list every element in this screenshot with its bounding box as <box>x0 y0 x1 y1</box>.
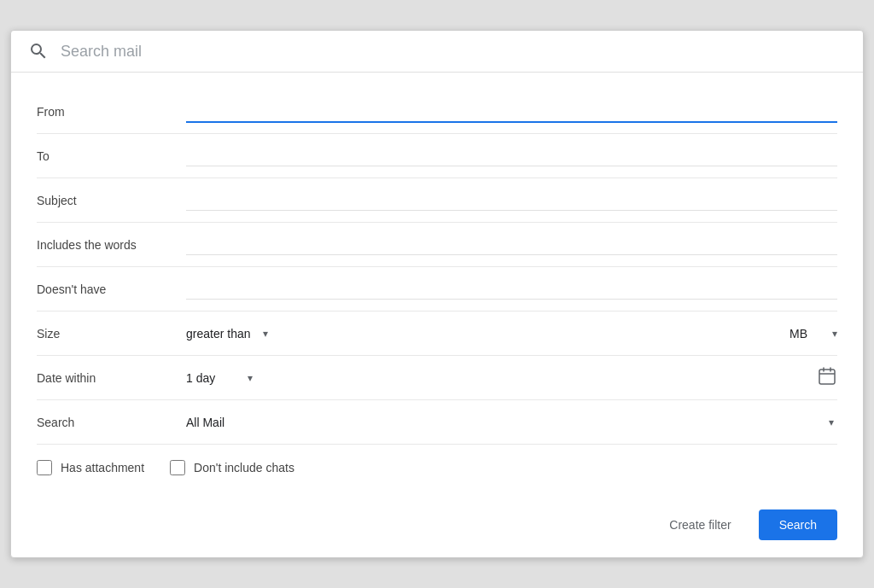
to-label: To <box>37 149 186 163</box>
subject-row: Subject <box>37 178 837 223</box>
size-unit-wrapper: MB KB Bytes ▾ <box>790 327 837 341</box>
includes-label: Includes the words <box>37 238 186 252</box>
search-in-select[interactable]: All Mail Inbox Sent Mail Drafts Spam Tra… <box>186 416 837 429</box>
date-within-label: Date within <box>37 371 186 385</box>
size-comparator-select[interactable]: greater than less than <box>186 327 268 341</box>
search-mail-placeholder: Search mail <box>61 43 142 61</box>
doesnt-have-label: Doesn't have <box>37 282 186 296</box>
doesnt-have-row: Doesn't have <box>37 267 837 311</box>
size-row: Size greater than less than ▾ MB KB Byte… <box>37 311 837 356</box>
date-within-wrapper: 1 day 3 days 1 week 2 weeks 1 month 2 mo… <box>186 371 253 385</box>
includes-input[interactable] <box>186 234 837 255</box>
dont-include-chats-label: Don't include chats <box>194 461 294 474</box>
checkbox-row: Has attachment Don't include chats <box>37 445 837 484</box>
create-filter-button[interactable]: Create filter <box>656 511 744 539</box>
dont-include-chats-checkbox-item[interactable]: Don't include chats <box>170 460 294 475</box>
search-button[interactable]: Search <box>759 509 837 540</box>
svg-rect-0 <box>819 370 835 384</box>
search-in-label: Search <box>37 416 186 429</box>
size-row-content: greater than less than ▾ MB KB Bytes ▾ <box>186 327 837 341</box>
calendar-icon[interactable] <box>817 366 837 390</box>
date-row-content: 1 day 3 days 1 week 2 weeks 1 month 2 mo… <box>186 366 837 390</box>
from-row: From <box>37 90 837 134</box>
size-unit-select[interactable]: MB KB Bytes <box>790 327 837 341</box>
size-comparator-wrapper: greater than less than ▾ <box>186 327 268 341</box>
from-input[interactable] <box>186 101 837 123</box>
search-header: Search mail <box>11 31 863 73</box>
date-within-select[interactable]: 1 day 3 days 1 week 2 weeks 1 month 2 mo… <box>186 371 253 385</box>
has-attachment-checkbox[interactable] <box>37 460 52 475</box>
from-label: From <box>37 105 186 119</box>
search-in-row: Search All Mail Inbox Sent Mail Drafts S… <box>37 400 837 445</box>
form-footer: Create filter Search <box>11 501 863 557</box>
has-attachment-checkbox-item[interactable]: Has attachment <box>37 460 144 475</box>
doesnt-have-input[interactable] <box>186 278 837 300</box>
form-body: From To Subject Includes the words Doesn… <box>11 73 863 501</box>
to-row: To <box>37 134 837 178</box>
search-dialog: Search mail From To Subject Includes the… <box>10 30 864 558</box>
subject-input[interactable] <box>186 189 837 211</box>
to-input[interactable] <box>186 145 837 166</box>
search-row-content: All Mail Inbox Sent Mail Drafts Spam Tra… <box>186 416 837 429</box>
search-icon <box>28 41 49 61</box>
subject-label: Subject <box>37 194 186 207</box>
date-within-row: Date within 1 day 3 days 1 week 2 weeks … <box>37 356 837 400</box>
search-in-wrapper: All Mail Inbox Sent Mail Drafts Spam Tra… <box>186 416 837 429</box>
has-attachment-label: Has attachment <box>61 461 144 474</box>
includes-row: Includes the words <box>37 223 837 267</box>
dont-include-chats-checkbox[interactable] <box>170 460 185 475</box>
size-label: Size <box>37 327 186 341</box>
